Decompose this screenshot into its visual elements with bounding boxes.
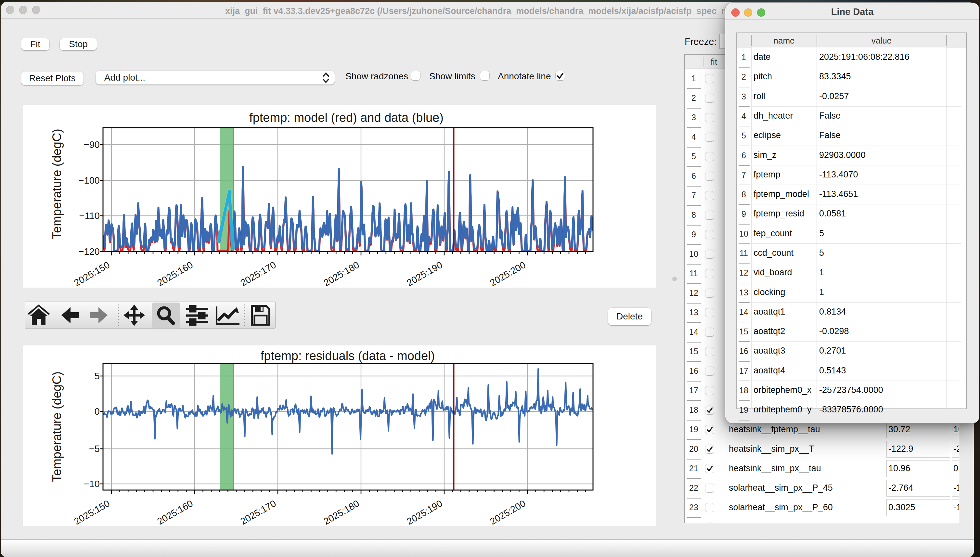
svg-text:−110: −110 xyxy=(79,210,100,221)
svg-text:2025:200: 2025:200 xyxy=(488,498,527,526)
svg-text:2025:160: 2025:160 xyxy=(155,498,195,526)
svg-text:2025:200: 2025:200 xyxy=(488,259,527,288)
svg-text:2025:170: 2025:170 xyxy=(239,498,278,526)
svg-text:2025:170: 2025:170 xyxy=(239,259,278,288)
svg-text:2025:190: 2025:190 xyxy=(405,498,444,526)
svg-text:fptemp: model (red) and data (: fptemp: model (red) and data (blue) xyxy=(249,111,444,124)
svg-text:−100: −100 xyxy=(79,175,100,186)
svg-text:2025:190: 2025:190 xyxy=(405,259,444,288)
svg-text:fptemp: residuals (data - mode: fptemp: residuals (data - model) xyxy=(260,349,435,363)
svg-text:Temperature (degC): Temperature (degC) xyxy=(50,129,63,239)
svg-text:2025:160: 2025:160 xyxy=(155,259,195,288)
svg-text:−120: −120 xyxy=(79,246,100,257)
svg-text:2025:180: 2025:180 xyxy=(322,259,361,288)
svg-text:−90: −90 xyxy=(84,139,100,150)
svg-text:−5: −5 xyxy=(89,444,100,454)
svg-text:2025:150: 2025:150 xyxy=(72,259,111,288)
svg-text:5: 5 xyxy=(94,371,100,381)
svg-text:2025:150: 2025:150 xyxy=(72,498,111,526)
svg-text:−10: −10 xyxy=(84,479,100,489)
svg-text:0: 0 xyxy=(94,406,100,417)
svg-text:2025:180: 2025:180 xyxy=(322,498,361,526)
svg-text:Temperature (degC): Temperature (degC) xyxy=(50,371,63,482)
